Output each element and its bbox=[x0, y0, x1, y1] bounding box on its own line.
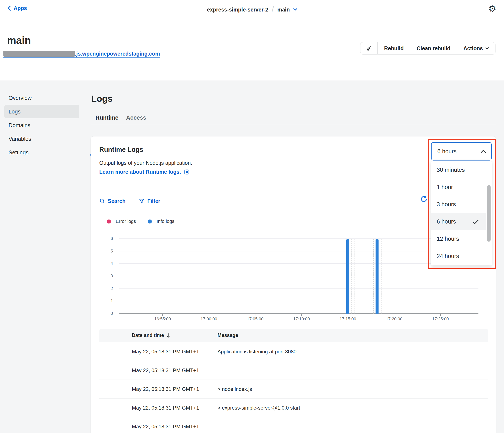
filter-button[interactable]: Filter bbox=[139, 198, 160, 204]
filter-icon bbox=[139, 198, 145, 204]
app-page: Apps express-simple-server-2 / main ⚙ ma… bbox=[0, 0, 504, 433]
deploy-marker-dashed-line bbox=[354, 239, 354, 314]
chart-bar-info-logs[interactable] bbox=[376, 239, 378, 314]
time-range-menu: 30 minutes1 hour3 hours6 hours12 hours24… bbox=[431, 161, 492, 265]
table-row[interactable]: May 22, 05:18:31 PM GMT+1 bbox=[99, 417, 488, 433]
settings-gear-icon[interactable]: ⚙ bbox=[487, 4, 497, 14]
search-icon bbox=[99, 198, 105, 204]
rebuild-button-label: Rebuild bbox=[384, 45, 404, 52]
time-range-option-6-hours[interactable]: 6 hours bbox=[431, 213, 486, 230]
actions-menu-button[interactable]: Actions bbox=[457, 42, 495, 54]
menu-scrollbar-track[interactable] bbox=[486, 161, 492, 265]
legend-label: Error logs bbox=[116, 219, 136, 224]
table-row[interactable]: May 22, 05:18:31 PM GMT+1> node index.js bbox=[99, 380, 488, 398]
chevron-left-icon bbox=[7, 6, 11, 11]
chart-bar-info-logs[interactable] bbox=[346, 239, 349, 314]
option-label: 3 hours bbox=[437, 201, 456, 208]
clear-cache-button[interactable] bbox=[360, 42, 378, 54]
legend-item: Error logs bbox=[107, 219, 136, 224]
time-range-selected-value: 6 hours bbox=[437, 148, 457, 155]
table-row[interactable]: May 22, 05:18:31 PM GMT+1 bbox=[99, 361, 488, 380]
column-header-message: Message bbox=[217, 333, 238, 338]
page-title: Logs bbox=[91, 94, 112, 104]
x-tick-mark bbox=[394, 314, 394, 316]
x-tick-mark bbox=[255, 314, 255, 316]
learn-more-link[interactable]: Learn more about Runtime logs. bbox=[99, 169, 190, 175]
table-row[interactable]: May 22, 05:18:31 PM GMT+1Application is … bbox=[99, 342, 488, 361]
sort-descending-icon bbox=[166, 333, 171, 338]
time-range-option-1-hour[interactable]: 1 hour bbox=[431, 179, 486, 196]
x-tick-label: 17:10:00 bbox=[293, 317, 310, 321]
checkmark-icon bbox=[472, 219, 479, 224]
clean-rebuild-button-label: Clean rebuild bbox=[417, 45, 450, 52]
gridline bbox=[119, 301, 478, 301]
cell-datetime: May 22, 05:18:31 PM GMT+1 bbox=[132, 405, 199, 411]
search-button[interactable]: Search bbox=[99, 198, 126, 204]
legend-dot-icon bbox=[107, 220, 111, 223]
refresh-icon[interactable] bbox=[420, 195, 428, 203]
cell-message: Application is listening at port 8080 bbox=[217, 349, 297, 355]
x-tick-mark bbox=[348, 314, 348, 316]
sidebar-item-overview[interactable]: Overview bbox=[4, 91, 79, 105]
breadcrumb-app-name[interactable]: express-simple-server-2 bbox=[207, 7, 268, 13]
card-description: Output logs of your Node.js application. bbox=[99, 160, 192, 166]
time-range-option-24-hours[interactable]: 24 hours bbox=[431, 247, 486, 265]
gridline bbox=[119, 251, 478, 251]
clean-rebuild-button[interactable]: Clean rebuild bbox=[410, 42, 457, 54]
time-range-select[interactable]: 6 hours bbox=[431, 142, 492, 160]
deploy-marker-dashed-line bbox=[351, 239, 352, 314]
rebuild-button[interactable]: Rebuild bbox=[378, 42, 410, 54]
log-table: Date and time Message May 22, 05:18:31 P… bbox=[99, 329, 488, 433]
chevron-down-icon bbox=[486, 47, 489, 50]
search-label: Search bbox=[108, 198, 126, 204]
tab-access[interactable]: Access bbox=[126, 115, 146, 121]
external-link-icon bbox=[184, 169, 190, 175]
divider bbox=[99, 189, 488, 189]
tab-runtime[interactable]: Runtime bbox=[95, 115, 118, 121]
y-tick-label: 3 bbox=[99, 274, 113, 278]
x-tick-label: 17:00:00 bbox=[201, 317, 217, 321]
sidebar-navigation: OverviewLogsDomainsVariablesSettings bbox=[4, 91, 79, 159]
column-header-datetime[interactable]: Date and time bbox=[132, 333, 171, 338]
table-row[interactable]: May 22, 05:18:31 PM GMT+1> express-simpl… bbox=[99, 398, 488, 417]
legend-label: Info logs bbox=[157, 219, 174, 224]
log-table-header: Date and time Message bbox=[99, 329, 488, 342]
tab-bar-divider bbox=[90, 125, 496, 125]
environment-url-text: .js.wpenginepoweredstaging.com bbox=[75, 51, 160, 57]
y-tick-label: 2 bbox=[99, 286, 113, 291]
sidebar-item-domains[interactable]: Domains bbox=[4, 118, 79, 132]
sidebar-item-logs[interactable]: Logs bbox=[4, 105, 79, 118]
content-area: OverviewLogsDomainsVariablesSettings Log… bbox=[0, 80, 504, 433]
chevron-up-icon bbox=[481, 150, 486, 153]
cell-message: > express-simple-server@1.0.0 start bbox=[217, 405, 300, 411]
sidebar-item-settings[interactable]: Settings bbox=[4, 146, 79, 159]
y-tick-label: 5 bbox=[99, 249, 113, 254]
environment-header: main .js.wpenginepoweredstaging.com Rebu… bbox=[0, 19, 504, 80]
legend-item: Info logs bbox=[148, 219, 174, 224]
y-tick-label: 1 bbox=[99, 299, 113, 303]
sidebar-item-variables[interactable]: Variables bbox=[4, 132, 79, 146]
runtime-logs-chart: 012345616:55:0017:00:0017:05:0017:10:001… bbox=[99, 230, 488, 323]
menu-scrollbar-thumb[interactable] bbox=[487, 185, 491, 242]
environment-title: main bbox=[7, 35, 31, 46]
y-tick-label: 6 bbox=[99, 236, 113, 241]
gridline bbox=[119, 276, 478, 276]
x-tick-mark bbox=[440, 314, 441, 316]
breadcrumb-environment[interactable]: main bbox=[277, 7, 290, 13]
log-toolbar: Search Filter bbox=[99, 194, 160, 208]
breadcrumb: express-simple-server-2 / main bbox=[207, 0, 297, 19]
broom-icon bbox=[366, 45, 372, 52]
time-range-option-3-hours[interactable]: 3 hours bbox=[431, 196, 486, 213]
time-range-option-30-minutes[interactable]: 30 minutes bbox=[431, 161, 486, 179]
legend-dot-icon bbox=[148, 220, 152, 223]
y-tick-label: 4 bbox=[99, 261, 113, 266]
x-tick-label: 17:25:00 bbox=[432, 317, 449, 321]
environment-url-link[interactable]: .js.wpenginepoweredstaging.com bbox=[3, 51, 160, 58]
learn-more-label: Learn more about Runtime logs. bbox=[99, 169, 181, 175]
chevron-down-icon[interactable] bbox=[293, 8, 297, 11]
deploy-marker-dashed-line bbox=[375, 239, 375, 314]
x-tick-mark bbox=[162, 314, 163, 316]
back-to-apps-link[interactable]: Apps bbox=[7, 5, 27, 11]
cell-datetime: May 22, 05:18:31 PM GMT+1 bbox=[132, 367, 199, 373]
time-range-option-12-hours[interactable]: 12 hours bbox=[431, 230, 486, 247]
